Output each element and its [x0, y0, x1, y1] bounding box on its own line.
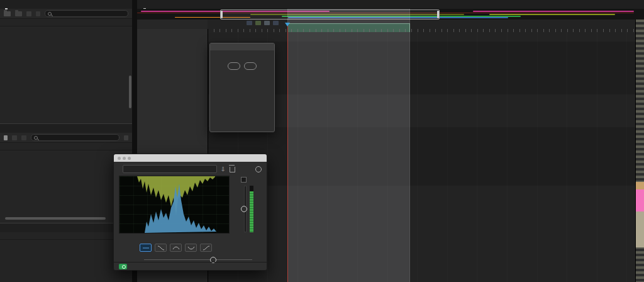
preset-select[interactable] [123, 165, 217, 173]
window-buttons[interactable] [118, 157, 131, 160]
files-transport [0, 116, 132, 123]
cancel-button[interactable] [228, 62, 240, 70]
dereverb-spectrum-graph[interactable] [119, 176, 230, 234]
markers-column-headers [0, 143, 132, 150]
save-preset-icon[interactable]: ⇩ [221, 166, 226, 172]
editor-tabrow [137, 0, 644, 9]
focus-mid-button[interactable] [170, 244, 182, 252]
import-media-icon[interactable] [15, 11, 22, 16]
tab-editor[interactable] [143, 0, 146, 9]
dialog-title [210, 43, 274, 50]
meter-scale [256, 184, 267, 232]
effect-power-button[interactable] [119, 264, 127, 269]
delete-preset-icon[interactable] [230, 167, 235, 172]
markers-toolbar [0, 133, 132, 143]
focus-all-button[interactable] [140, 244, 152, 252]
files-search-input[interactable] [45, 10, 128, 17]
markers-search-input[interactable] [31, 134, 119, 141]
open-file-icon[interactable] [4, 11, 11, 16]
bottom-tabrow [0, 223, 132, 232]
info-icon[interactable] [255, 166, 262, 172]
checkbox-check-icon [241, 177, 247, 183]
focus-notch-button[interactable] [185, 244, 197, 252]
focus-high-button[interactable] [200, 244, 212, 252]
files-panel [0, 0, 132, 124]
loop-icon[interactable] [273, 21, 279, 25]
gain-slider-handle[interactable] [241, 206, 247, 212]
files-tabrow [0, 0, 132, 9]
trash-icon[interactable] [36, 11, 40, 16]
history-playlist-panel [0, 223, 132, 282]
markers-scrollbar[interactable] [5, 217, 106, 220]
files-scrollbar[interactable] [129, 76, 131, 108]
track-color-dialog [209, 43, 275, 132]
db-scale [230, 176, 240, 232]
tab-files[interactable] [5, 0, 8, 9]
search-icon [34, 136, 38, 140]
new-item-icon[interactable] [26, 11, 31, 16]
amount-slider-track[interactable] [144, 259, 252, 260]
audition-app: ⇩ [0, 0, 644, 282]
markers-tabrow [0, 124, 132, 133]
dialog-title [114, 154, 267, 162]
add-marker-icon[interactable] [4, 135, 8, 140]
auto-gain-checkbox[interactable] [241, 177, 248, 183]
snap-icon[interactable] [247, 21, 252, 25]
ok-button[interactable] [244, 62, 257, 70]
playhead-line [287, 24, 288, 282]
files-list [0, 25, 132, 116]
focus-low-button[interactable] [155, 244, 167, 252]
spectrum-plot [119, 176, 229, 233]
timeline-vertical-scrollbar[interactable] [635, 20, 644, 282]
navigator-selection[interactable] [220, 9, 440, 20]
files-toolbar [0, 9, 132, 19]
playhead-marker[interactable] [285, 23, 290, 26]
session-overview-navigator[interactable] [137, 9, 644, 20]
playlist-column-headers [0, 232, 132, 240]
snap-icons [247, 21, 279, 25]
marker-tool-icon[interactable] [12, 135, 17, 140]
marker-merge-icon[interactable] [21, 135, 26, 140]
markers-panel [0, 123, 132, 223]
marker-options-icon[interactable] [124, 135, 128, 140]
search-icon [48, 12, 52, 16]
gain-level-meter [250, 186, 253, 232]
timeline-ruler[interactable] [208, 20, 644, 33]
metronome-icon[interactable] [264, 21, 270, 25]
marker-icon[interactable] [255, 21, 261, 25]
rack-effect-dialog: ⇩ [113, 154, 267, 271]
